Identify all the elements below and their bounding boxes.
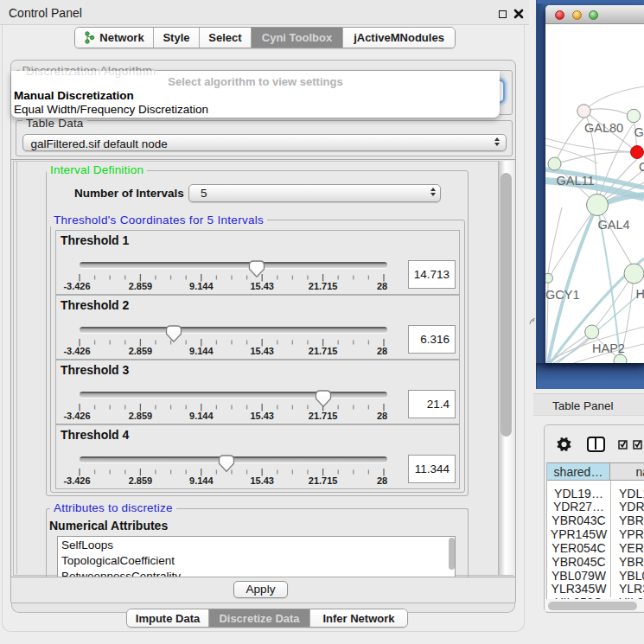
svg-text:HAP2: HAP2 — [592, 341, 625, 355]
svg-text:GAL80: GAL80 — [584, 121, 623, 135]
svg-text:GA: GA — [634, 125, 644, 139]
svg-text:C: C — [639, 160, 644, 174]
svg-text:GCY1: GCY1 — [545, 288, 580, 302]
svg-text:GAL4: GAL4 — [598, 218, 630, 232]
svg-text:H: H — [636, 287, 644, 301]
svg-text:GAL11: GAL11 — [557, 174, 595, 188]
